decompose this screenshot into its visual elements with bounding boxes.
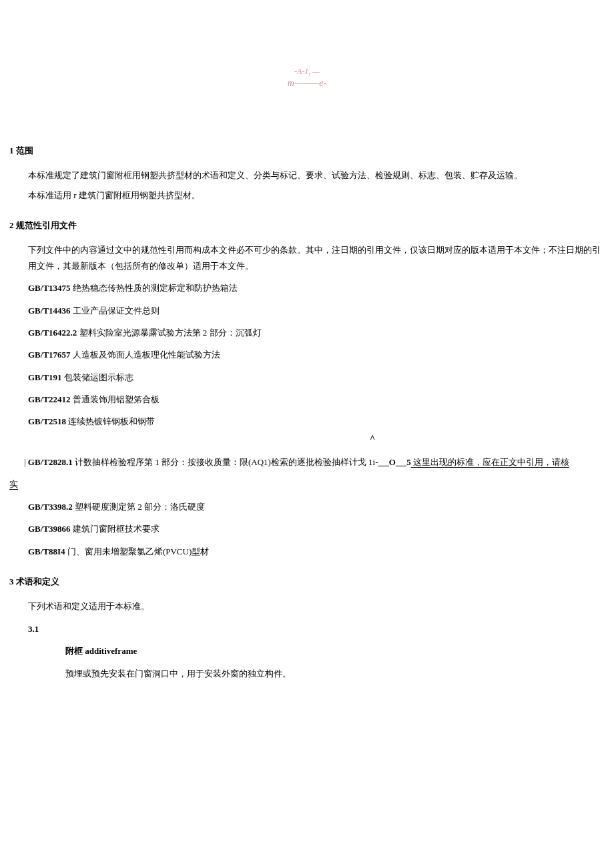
ref-item-1: GB/T13475 绝热稳态传热性质的测定标定和防护热箱法 (9, 280, 605, 296)
decoration-line1: -A-1, — (0, 67, 614, 77)
ref-code: GB/T3398.2 (28, 502, 73, 512)
ref-item-8: GB/T3398.2 塑料硬度测定第 2 部分：洛氏硬度 (9, 499, 605, 514)
term-number: 3.1 (9, 621, 605, 636)
section-2-heading: 2 规范性引用文件 (9, 218, 605, 233)
ref-item-4: GB/T17657 人造板及饰面人造板理化性能试验方法 (9, 347, 605, 362)
ref-code: GB/T39866 (28, 524, 71, 534)
section-1-p2: 本标准适用 r 建筑门窗附框用钢塑共挤型材。 (9, 187, 605, 203)
ref-item-7: GB/T2518 连续热镀锌钢板和钢带 (9, 414, 605, 429)
ref-item-9: GB/T39866 建筑门窗附框技术要求 (9, 521, 605, 536)
ref-title: 塑料实险室光源暴露试验方法第 2 部分：沉弧灯 (77, 328, 261, 338)
verify-char: 实 (9, 479, 18, 489)
section-1-heading: 1 范围 (9, 143, 605, 158)
ref-title: 门、窗用未增塑聚氯乙烯(PVCU)型材 (65, 546, 210, 556)
page-decoration: -A-1, — m———e- (0, 67, 614, 89)
term-name: 附框 additiveframe (9, 643, 605, 659)
ref-code: GB/T2828.1 (28, 457, 73, 467)
section-3-heading: 3 术语和定义 (9, 574, 605, 589)
ref-title: 人造板及饰面人造板理化性能试验方法 (71, 350, 220, 360)
underline-blank (378, 457, 389, 467)
circle-icon: O (389, 454, 396, 470)
ref-item-6: GB/T22412 普通装饰用铝塑笫合板 (9, 392, 605, 407)
ref-code: GB/T191 (28, 372, 62, 382)
section-1-p1: 本标准规定了建筑门窗附框用钢塑共挤型材的术语和定义、分类与标记、要求、试验方法、… (9, 167, 605, 183)
ref-code: GB/T88I4 (28, 546, 65, 556)
ref-code: GB/T22412 (28, 394, 71, 404)
ref-title: 计数抽样检验程序第 1 部分：按接收质量：限(AQ1)检索的逐批检验抽样计戈 1… (73, 457, 378, 467)
verify-line: 实 (9, 476, 605, 492)
bar-icon: | (24, 457, 26, 467)
ref-title: 建筑门窗附框技术要求 (71, 524, 160, 534)
ref-title: 塑料硬度测定第 2 部分：洛氏硬度 (73, 502, 205, 512)
ref-code: GB/T14436 (28, 306, 71, 316)
ref-item-2: GB/T14436 工业产品保证文件总则 (9, 303, 605, 318)
underline-blank2 (396, 457, 406, 467)
ref-title: 工业产品保证文件总则 (71, 306, 160, 316)
document-body: 1 范围 本标准规定了建筑门窗附框用钢塑共挤型材的术语和定义、分类与标记、要求、… (9, 143, 605, 681)
ref-code: GB/T16422.2 (28, 328, 77, 338)
section-3-p1: 下列术语和定义适用于本标准。 (9, 598, 605, 614)
ref-item-3: GB/T16422.2 塑料实险室光源暴露试验方法第 2 部分：沉弧灯 (9, 325, 605, 340)
ref-item-special: | GB/T2828.1 计数抽样检验程序第 1 部分：按接收质量：限(AQ1)… (9, 454, 605, 470)
ref-title: 普通装饰用铝塑笫合板 (71, 394, 160, 404)
ref-code: GB/T13475 (28, 283, 71, 293)
decoration-line2: m———e- (0, 77, 614, 89)
annotation-text: 这里出现的标准，应在正文中引用，请核 (411, 457, 569, 467)
caret-icon: ^ (370, 430, 375, 447)
ref-item-5: GB/T191 包装储运图示标志 (9, 370, 605, 385)
term-name-cn: 附框 (65, 646, 83, 656)
ref-title: 连续热镀锌钢板和钢带 (66, 416, 155, 426)
term-definition: 预埋或预先安装在门窗洞口中，用于安装外窗的独立构件。 (9, 666, 605, 681)
section-2-p1: 下列文件中的内容通过文中的规范性引用而构成本文件必不可少的条款。其中，注日期的引… (9, 242, 605, 274)
ref-title: 绝热稳态传热性质的测定标定和防护热箱法 (71, 283, 238, 293)
term-name-en: additiveframe (83, 646, 137, 656)
ref-title: 包装储运图示标志 (62, 372, 133, 382)
ref-code: GB/T2518 (28, 416, 66, 426)
ref-code: GB/T17657 (28, 350, 71, 360)
ref-item-10: GB/T88I4 门、窗用未增塑聚氯乙烯(PVCU)型材 (9, 544, 605, 559)
